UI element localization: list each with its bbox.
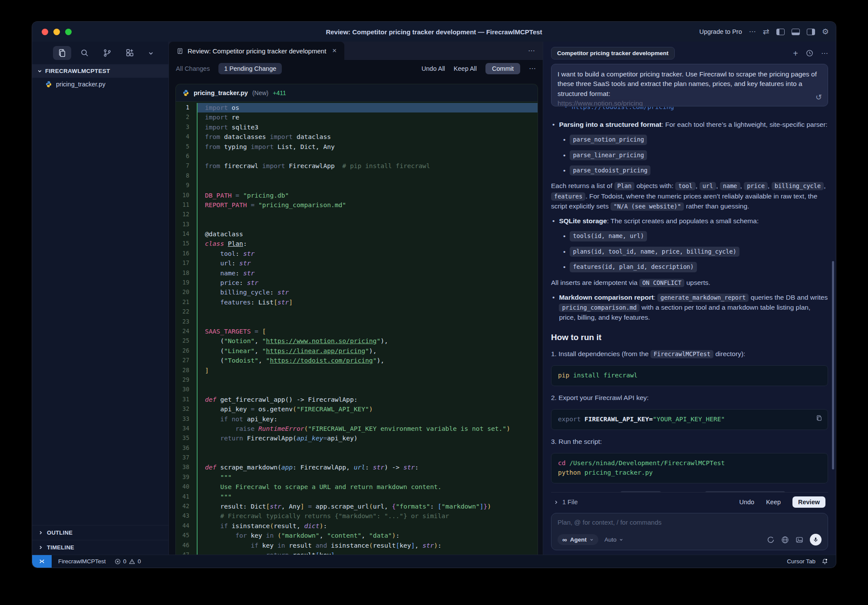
code-line[interactable]: 19 price: str <box>176 278 538 288</box>
undo-all-button[interactable]: Undo All <box>422 65 445 72</box>
code-line[interactable]: 36 <box>176 443 538 453</box>
pending-change-tab[interactable]: 1 Pending Change <box>218 63 282 74</box>
model-selector[interactable]: Auto <box>604 536 623 543</box>
code-line[interactable]: 20 billing_cycle: str <box>176 288 538 297</box>
layout-swap-icon[interactable]: ⇄ <box>763 28 769 36</box>
code-line[interactable]: 46 if key in result and isinstance(resul… <box>176 541 538 550</box>
code-editor[interactable]: 1import os2import re3import sqlite34from… <box>176 102 538 555</box>
attach-image-icon[interactable] <box>795 536 803 544</box>
code-line[interactable]: 40 Use Firecrawl to scrape a URL and ret… <box>176 482 538 492</box>
code-line[interactable]: 39 """ <box>176 473 538 482</box>
code-line[interactable]: 17 url: str <box>176 258 538 268</box>
chevron-right-icon[interactable] <box>554 500 558 505</box>
toolbar-more-icon[interactable]: ⋯ <box>529 65 536 72</box>
diff-file-header[interactable]: pricing_tracker.py (New) +411 <box>176 84 538 102</box>
code-line[interactable]: 38def scrape_markdown(app: FirecrawlApp,… <box>176 463 538 472</box>
code-line[interactable]: 11REPORT_PATH = "pricing_comparison.md" <box>176 200 538 210</box>
keep-button[interactable]: Keep <box>766 499 781 506</box>
code-line[interactable]: 33 if not api_key: <box>176 414 538 424</box>
code-line[interactable]: 10DB_PATH = "pricing.db" <box>176 191 538 200</box>
search-icon[interactable] <box>76 46 94 60</box>
code-line[interactable]: 44 if isinstance(result, dict): <box>176 521 538 531</box>
restore-checkpoint-icon[interactable]: ↺ <box>815 92 822 103</box>
web-globe-icon[interactable] <box>781 536 789 544</box>
code-line[interactable]: 43 # Firecrawl typically returns {"markd… <box>176 511 538 521</box>
extensions-icon[interactable] <box>121 46 139 60</box>
code-line[interactable]: 42 result: Dict[str, Any] = app.scrape_u… <box>176 502 538 511</box>
problems-indicator[interactable]: 0 0 <box>115 558 141 565</box>
file-count[interactable]: 1 File <box>562 499 578 506</box>
code-line[interactable]: 35 return FirecrawlApp(api_key=api_key) <box>176 433 538 443</box>
copy-icon[interactable] <box>816 415 822 424</box>
toggle-bottom-panel-icon[interactable] <box>792 29 800 35</box>
code-line[interactable]: 29 <box>176 375 538 385</box>
review-button[interactable]: Review <box>792 496 825 508</box>
timeline-section[interactable]: TIMELINE <box>32 540 168 555</box>
code-line[interactable]: 3import sqlite3 <box>176 122 538 132</box>
explorer-icon[interactable] <box>53 46 71 60</box>
code-line[interactable]: 23 <box>176 317 538 327</box>
workspace-name[interactable]: FirecrawlMCPTest <box>58 558 106 565</box>
tab-review[interactable]: Review: Competitor pricing tracker devel… <box>169 42 344 60</box>
activity-more-chevron-icon[interactable] <box>143 48 158 59</box>
cursor-tab-toggle[interactable]: Cursor Tab <box>787 558 815 565</box>
voice-input-button[interactable] <box>810 534 822 545</box>
code-line[interactable]: 13 <box>176 220 538 229</box>
remote-indicator[interactable] <box>32 555 52 568</box>
titlebar-more-icon[interactable]: ⋯ <box>749 28 756 35</box>
code-line[interactable]: 15class Plan: <box>176 239 538 248</box>
code-line[interactable]: 14@dataclass <box>176 229 538 239</box>
code-line[interactable]: 30 <box>176 385 538 394</box>
tab-close-icon[interactable]: × <box>332 46 337 55</box>
code-line[interactable]: 22 <box>176 307 538 317</box>
code-line[interactable]: 31def get_firecrawl_app() -> FirecrawlAp… <box>176 395 538 404</box>
chat-title[interactable]: Competitor pricing tracker development <box>551 47 675 60</box>
code-line[interactable]: 26 ("Linear", "https://linear.app/pricin… <box>176 346 538 356</box>
project-tree-header[interactable]: FIRECRAWLMCPTEST <box>32 64 168 78</box>
code-line[interactable]: 45 for key in ("markdown", "content", "d… <box>176 531 538 540</box>
sidebar-item-pricing-tracker[interactable]: pricing_tracker.py <box>32 78 168 91</box>
chat-scrollbar[interactable] <box>832 261 834 469</box>
code-line[interactable]: 27 ("Todoist", "https://todoist.com/pric… <box>176 356 538 365</box>
agent-mode-selector[interactable]: ∞ Agent <box>558 534 598 545</box>
code-line[interactable]: 24SAAS_TARGETS = [ <box>176 327 538 336</box>
code-line[interactable]: 12 <box>176 210 538 219</box>
chat-input-box[interactable]: Plan, @ for context, / for commands ∞ Ag… <box>551 513 828 550</box>
code-line[interactable]: 8 <box>176 171 538 181</box>
code-line[interactable]: 37 <box>176 453 538 463</box>
chat-more-icon[interactable]: ⋯ <box>821 50 828 57</box>
code-line[interactable]: 21 features: List[str] <box>176 298 538 307</box>
toggle-left-panel-icon[interactable] <box>776 29 785 35</box>
code-line[interactable]: 6 <box>176 152 538 161</box>
upgrade-to-pro-button[interactable]: Upgrade to Pro <box>699 28 742 35</box>
code-line[interactable]: 16 tool: str <box>176 249 538 258</box>
code-text <box>197 385 538 394</box>
code-line[interactable]: 2import re <box>176 112 538 122</box>
code-line[interactable]: 41 """ <box>176 492 538 502</box>
new-chat-icon[interactable]: + <box>793 49 798 58</box>
all-changes-tab[interactable]: All Changes <box>176 65 210 72</box>
code-line[interactable]: 32 api_key = os.getenv("FIRECRAWL_API_KE… <box>176 404 538 414</box>
code-line[interactable]: 28] <box>176 366 538 375</box>
chat-paragraph: All inserts are idempotent via ON CONFLI… <box>551 278 828 288</box>
outline-section[interactable]: OUTLINE <box>32 525 168 540</box>
history-clock-icon[interactable] <box>806 50 813 57</box>
code-line[interactable]: 5from typing import List, Dict, Any <box>176 142 538 152</box>
code-line[interactable]: 47 return result[key] <box>176 550 538 555</box>
commit-button[interactable]: Commit <box>485 63 520 74</box>
undo-button[interactable]: Undo <box>739 499 754 506</box>
code-text <box>197 220 538 229</box>
notifications-bell-icon[interactable] <box>822 558 828 565</box>
code-line[interactable]: 25 ("Notion", "https://www.notion.so/pri… <box>176 336 538 346</box>
settings-gear-icon[interactable]: ⚙ <box>822 28 829 36</box>
code-line[interactable]: 34 raise RuntimeError("FIRECRAWL_API_KEY… <box>176 424 538 433</box>
code-line[interactable]: 18 name: str <box>176 268 538 278</box>
toggle-right-panel-icon[interactable] <box>807 29 815 35</box>
code-line[interactable]: 9 <box>176 181 538 190</box>
code-line[interactable]: 1import os <box>176 103 538 112</box>
keep-all-button[interactable]: Keep All <box>454 65 477 72</box>
code-line[interactable]: 7from firecrawl import FirecrawlApp # pi… <box>176 161 538 171</box>
code-line[interactable]: 4from dataclasses import dataclass <box>176 132 538 142</box>
source-control-icon[interactable] <box>98 46 116 60</box>
editor-more-icon[interactable]: ⋯ <box>528 47 535 54</box>
